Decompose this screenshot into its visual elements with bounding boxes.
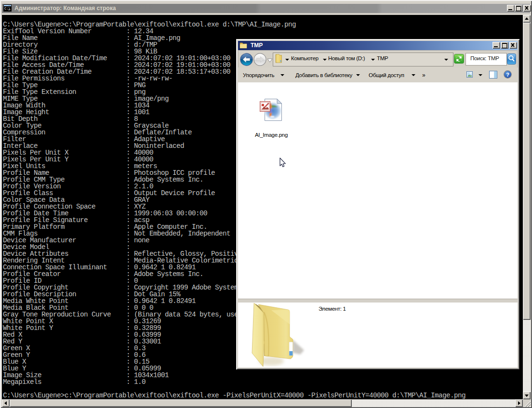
svg-text:?: ? — [506, 72, 509, 78]
